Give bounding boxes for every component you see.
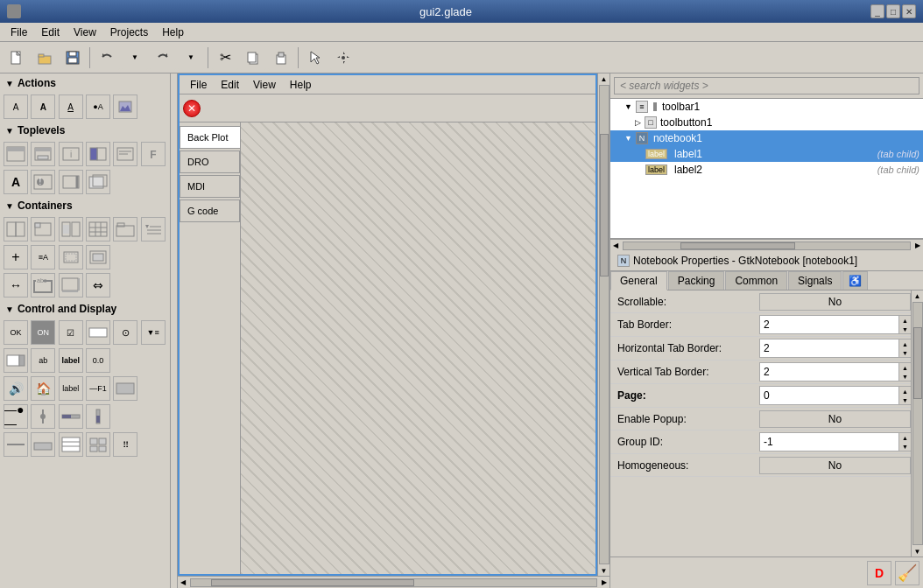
menu-file[interactable]: File xyxy=(4,24,34,40)
tree-hscroll-right[interactable]: ▶ xyxy=(912,242,923,249)
tree-item-label1[interactable]: label label1 (tab child) xyxy=(610,146,923,162)
tree-hscroll-left[interactable]: ◀ xyxy=(610,242,621,249)
hscroll-track[interactable] xyxy=(190,578,597,587)
spin-down-tab-border[interactable]: ▼ xyxy=(899,325,911,333)
tl-popup[interactable] xyxy=(86,170,110,194)
prop-spin-v-tab-border[interactable] xyxy=(759,362,899,382)
prop-spin-group-id[interactable] xyxy=(759,432,899,452)
spin-up-v-tab-border[interactable]: ▲ xyxy=(899,363,911,372)
close-button[interactable]: ✕ xyxy=(902,4,916,18)
save-button[interactable] xyxy=(60,46,86,70)
cd-checkbox[interactable]: ☑ xyxy=(59,320,83,345)
widget-label[interactable]: A xyxy=(4,94,28,119)
spin-up-h-tab-border[interactable]: ▲ xyxy=(899,340,911,348)
copy-button[interactable] xyxy=(240,46,266,70)
menu-view[interactable]: View xyxy=(67,24,103,40)
cd-iconview[interactable] xyxy=(86,432,110,457)
prop-vscrollbar[interactable]: ▲ ▼ xyxy=(911,290,923,556)
cd-toolbar[interactable] xyxy=(113,376,137,401)
menu-projects[interactable]: Projects xyxy=(103,24,155,40)
c-aspect[interactable] xyxy=(59,245,83,270)
prop-spin-h-tab-border[interactable] xyxy=(759,339,899,358)
c-align[interactable] xyxy=(86,245,110,270)
c-frame[interactable]: abc xyxy=(31,273,55,298)
hscroll-left-btn[interactable]: ◀ xyxy=(178,578,188,586)
move-button[interactable] xyxy=(330,46,356,70)
c-hpaned[interactable] xyxy=(59,217,83,242)
cut-button[interactable]: ✂ xyxy=(212,46,238,70)
hscroll-right-btn[interactable]: ▶ xyxy=(599,578,609,586)
spin-up-group-id[interactable]: ▲ xyxy=(899,433,911,442)
close-icon[interactable]: ✕ xyxy=(183,100,201,117)
widget-image[interactable] xyxy=(113,94,137,119)
tree-hscrollbar[interactable]: ◀ ▶ xyxy=(610,239,923,251)
prop-btn-homogeneous[interactable]: No xyxy=(759,457,911,474)
app-menu-edit[interactable]: Edit xyxy=(214,77,246,93)
tl-file[interactable] xyxy=(113,142,137,166)
spin-down-page[interactable]: ▼ xyxy=(899,396,911,404)
cd-label-widget[interactable]: ab xyxy=(31,348,55,373)
open-button[interactable] xyxy=(32,46,58,70)
c-arrows[interactable]: ↔ xyxy=(4,273,28,298)
app-menu-file[interactable]: File xyxy=(183,77,214,93)
cd-sep[interactable] xyxy=(4,432,28,457)
prop-tab-common[interactable]: Common xyxy=(725,271,787,290)
cd-hbar[interactable] xyxy=(59,404,83,429)
minimize-button[interactable]: _ xyxy=(870,4,884,18)
vscroll-track[interactable] xyxy=(599,85,609,564)
widget-label3[interactable]: A xyxy=(59,94,83,119)
tl-window[interactable] xyxy=(4,142,28,166)
cd-vscale[interactable] xyxy=(31,404,55,429)
tree-item-toolbar1[interactable]: ▼ ≡ toolbar1 xyxy=(610,99,923,115)
cd-status[interactable] xyxy=(31,432,55,457)
c-file[interactable] xyxy=(31,217,55,242)
tab-gcode[interactable]: G code xyxy=(180,200,240,222)
tl-label-a[interactable]: A xyxy=(4,170,28,194)
widget-label2[interactable]: A xyxy=(31,94,55,119)
undo-button[interactable] xyxy=(94,46,120,70)
prop-tab-general[interactable]: General xyxy=(610,271,667,290)
cd-vol[interactable]: 🔊 xyxy=(4,376,28,401)
c-icon-text[interactable]: ≡A xyxy=(31,245,55,270)
toplevels-section-header[interactable]: ▼ Toplevels xyxy=(0,121,170,140)
canvas-hscrollbar[interactable]: ◀ ▶ xyxy=(178,576,609,588)
clear-button[interactable]: 🧹 xyxy=(895,561,919,585)
tab-mdi[interactable]: MDI xyxy=(180,175,240,198)
c-notebook[interactable] xyxy=(113,217,137,242)
tl-about[interactable]: i xyxy=(59,142,83,166)
vscroll-up-btn[interactable]: ▲ xyxy=(599,74,609,84)
tree-item-label2[interactable]: label label2 (tab child) xyxy=(610,162,923,178)
prop-vscroll-track[interactable] xyxy=(912,302,923,545)
cd-combo[interactable]: ▼≡ xyxy=(141,320,166,345)
cd-num[interactable]: 0.0 xyxy=(86,348,110,373)
tl-scroll[interactable] xyxy=(59,170,83,194)
delete-button[interactable]: D xyxy=(867,561,891,585)
cd-vbar[interactable] xyxy=(86,404,110,429)
c-event[interactable]: ⇔ xyxy=(86,273,110,298)
prop-tab-packing[interactable]: Packing xyxy=(668,271,725,290)
containers-section-header[interactable]: ▼ Containers xyxy=(0,196,170,215)
prop-spin-page[interactable] xyxy=(759,386,899,405)
cd-button-ok[interactable]: OK xyxy=(4,320,28,345)
tl-color[interactable] xyxy=(86,142,110,166)
tree-item-notebook1[interactable]: ▼ N notebook1 xyxy=(610,130,923,146)
cd-entry[interactable] xyxy=(86,320,110,345)
spin-down-h-tab-border[interactable]: ▼ xyxy=(899,348,911,357)
spin-down-group-id[interactable]: ▼ xyxy=(899,442,911,451)
canvas-area[interactable]: File Edit View Help ✕ Back Plot xyxy=(178,74,597,576)
prop-vscroll-up[interactable]: ▲ xyxy=(912,290,923,301)
prop-tab-access[interactable]: ♿ xyxy=(842,271,868,290)
tl-font[interactable]: F xyxy=(141,142,166,166)
redo-button[interactable] xyxy=(150,46,176,70)
spin-up-tab-border[interactable]: ▲ xyxy=(899,316,911,325)
cd-label3[interactable]: label xyxy=(59,376,83,401)
cd-list[interactable] xyxy=(59,432,83,457)
prop-spin-tab-border[interactable] xyxy=(759,315,899,334)
menu-edit[interactable]: Edit xyxy=(34,24,67,40)
menu-help[interactable]: Help xyxy=(155,24,191,40)
prop-btn-scrollable[interactable]: No xyxy=(759,293,911,311)
search-input[interactable] xyxy=(614,77,919,94)
actions-section-header[interactable]: ▼ Actions xyxy=(0,74,170,93)
canvas-vscrollbar[interactable]: ▲ ▼ xyxy=(597,74,609,576)
control-display-section-header[interactable]: ▼ Control and Display xyxy=(0,299,170,318)
